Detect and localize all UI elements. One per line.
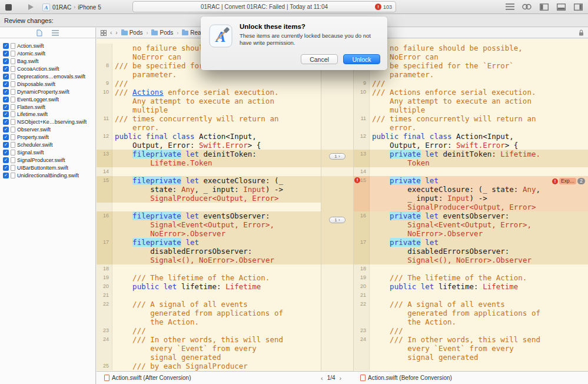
file-name: Signal.swift [17, 150, 44, 155]
breadcrumb-item[interactable]: Pods [121, 29, 143, 36]
right-pane-rows: no failure should be possible, NoError c… [354, 44, 588, 370]
line-number [97, 97, 112, 105]
error-icon: ! [354, 177, 360, 183]
file-checkbox[interactable]: ✓ [3, 89, 9, 95]
code-row: 20 public let lifetime: Lifetime [97, 282, 321, 291]
code-row: disabledErrorsObserver: [97, 247, 321, 256]
file-checkbox[interactable]: ✓ [3, 51, 9, 57]
code-row: 21 [97, 291, 321, 300]
file-checkbox[interactable]: ✓ [3, 111, 9, 117]
file-checkbox[interactable]: ✓ [3, 119, 9, 125]
file-row[interactable]: ✓UIBarButtonItem.swift [0, 164, 95, 171]
code-text: Output, Error: Swift.Error> { [370, 141, 588, 150]
file-row[interactable]: ✓Signal.swift [0, 148, 95, 156]
previous-change-button[interactable]: ‹ [321, 375, 323, 382]
line-number [97, 158, 112, 167]
back-button[interactable]: ‹ [110, 29, 112, 36]
line-number [97, 194, 112, 203]
file-row[interactable]: ✓DynamicProperty.swift [0, 88, 95, 95]
code-row: 10/// Actions enforce serial execution. [97, 88, 321, 97]
code-text: Any attempt to execute an action [370, 97, 588, 105]
file-checkbox[interactable]: ✓ [3, 43, 9, 49]
file-checkbox[interactable]: ✓ [3, 127, 9, 133]
toggle-debug-area-button[interactable] [556, 2, 566, 11]
code-text: signal generated [370, 353, 588, 362]
toggle-navigator-button[interactable] [539, 2, 549, 11]
file-row[interactable]: ✓Bag.swift [0, 58, 95, 65]
cancel-button[interactable]: Cancel [301, 54, 338, 64]
change-pill[interactable]: 1 › [329, 217, 346, 223]
file-row[interactable]: ✓Action.swift [0, 42, 95, 50]
error-icon: ! [375, 4, 381, 10]
file-checkbox[interactable]: ✓ [3, 134, 9, 140]
file-name: Scheduler.swift [17, 142, 53, 148]
code-text: /// [370, 326, 588, 335]
line-number [97, 309, 112, 317]
file-checkbox[interactable]: ✓ [3, 66, 9, 72]
file-row[interactable]: ✓SignalProducer.swift [0, 156, 95, 164]
file-row[interactable]: ✓Disposable.swift [0, 80, 95, 88]
code-text: every `Event` from every [112, 344, 321, 353]
unlock-button[interactable]: Unlock [343, 54, 380, 64]
editor-assistant-button[interactable] [521, 2, 532, 11]
scheme-selector[interactable]: A 01RAC › iPhone 5 [42, 2, 101, 12]
code-text: Output, Error: Swift.Error> { [112, 141, 321, 150]
file-checkbox[interactable]: ✓ [3, 142, 9, 148]
file-checkbox[interactable]: ✓ [3, 165, 9, 171]
issue-count-badge[interactable]: ! 103 [375, 4, 392, 10]
file-row[interactable]: ✓CocoaAction.swift [0, 65, 95, 73]
file-row[interactable]: ✓Lifetime.swift [0, 111, 95, 118]
code-text: Any attempt to execute an action [112, 97, 321, 105]
file-row[interactable]: ✓Property.swift [0, 134, 95, 141]
code-text: multiple [112, 105, 321, 114]
file-row[interactable]: ✓Scheduler.swift [0, 141, 95, 149]
swift-file-icon [11, 74, 15, 80]
file-checkbox[interactable]: ✓ [3, 74, 9, 80]
file-checkbox[interactable]: ✓ [3, 173, 9, 178]
lock-icon [579, 29, 584, 36]
folder-icon [151, 31, 158, 35]
file-row[interactable]: ✓EventLogger.swift [0, 95, 95, 103]
code-row: 16 fileprivate let eventsObserver: [97, 211, 321, 220]
project-icon: A [42, 4, 50, 11]
file-sidebar: ✓Action.swift✓Atomic.swift✓Bag.swift✓Coc… [0, 28, 96, 384]
line-number [97, 229, 112, 238]
file-row[interactable]: ✓Flatten.swift [0, 103, 95, 111]
file-row[interactable]: ✓Observer.swift [0, 126, 95, 134]
breadcrumb-item[interactable]: Pods [151, 29, 173, 36]
file-name: Disposable.swift [17, 81, 55, 87]
code-text [112, 167, 321, 176]
change-pill[interactable]: 1 › [329, 153, 346, 160]
line-number: 12 [97, 132, 112, 141]
error-icon: ! [552, 178, 558, 184]
file-row[interactable]: ✓NSObject+Ke…bserving.swift [0, 118, 95, 126]
code-row: Lifetime.Token [97, 158, 321, 167]
list-icon[interactable] [52, 30, 59, 36]
file-row[interactable]: ✓Atomic.swift [0, 50, 95, 58]
related-items-icon[interactable] [101, 30, 107, 36]
code-row: 17 private let [354, 238, 588, 247]
issue-badge[interactable]: !Exp…2 [552, 176, 588, 185]
file-checkbox[interactable]: ✓ [3, 104, 9, 110]
file-checkbox[interactable]: ✓ [3, 81, 9, 87]
forward-button[interactable]: › [115, 29, 117, 36]
editor-standard-button[interactable] [504, 2, 515, 11]
code-row: the Action. [97, 317, 321, 326]
code-row: !15 private let!Exp…2 [354, 176, 588, 185]
file-row[interactable]: ✓Deprecations…emovals.swift [0, 73, 95, 81]
file-checkbox[interactable]: ✓ [3, 97, 9, 102]
swift-file-icon [11, 89, 15, 95]
code-row: SignalProducer<Output, Error> [354, 203, 588, 211]
file-checkbox[interactable]: ✓ [3, 58, 9, 64]
file-row[interactable]: ✓UnidirectionalBinding.swift [0, 171, 95, 179]
toggle-inspectors-button[interactable] [573, 2, 583, 11]
run-button[interactable] [26, 3, 35, 11]
document-icon[interactable] [36, 29, 42, 37]
file-checkbox[interactable]: ✓ [3, 150, 9, 155]
next-change-button[interactable]: › [340, 375, 342, 382]
line-number: 13 [97, 150, 112, 158]
file-checkbox[interactable]: ✓ [3, 157, 9, 163]
line-number [97, 220, 112, 229]
line-number [97, 141, 112, 150]
stop-button[interactable] [5, 4, 12, 11]
